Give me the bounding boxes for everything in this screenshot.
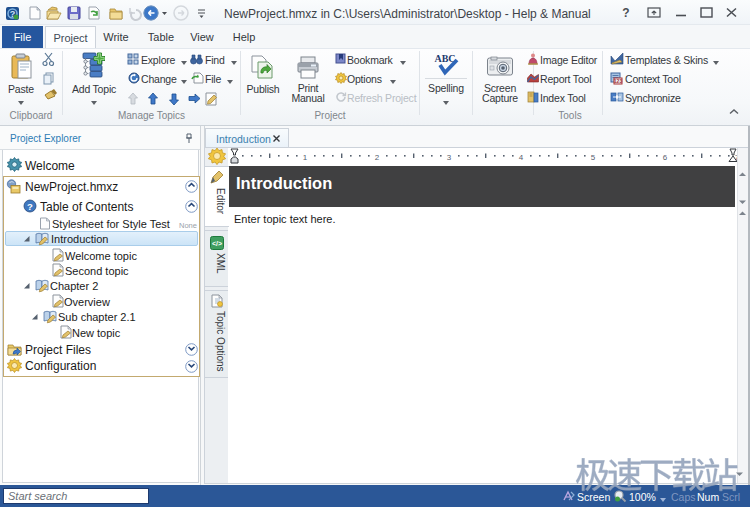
svg-text:5: 5 [591,153,596,162]
svg-text:?: ? [27,201,33,212]
svg-text:4: 4 [519,153,524,162]
svg-text:1: 1 [303,153,308,162]
svg-text:2: 2 [375,153,380,162]
svg-text:6: 6 [663,153,668,162]
svg-text:3: 3 [447,153,452,162]
svg-text:</>: </> [212,240,222,247]
